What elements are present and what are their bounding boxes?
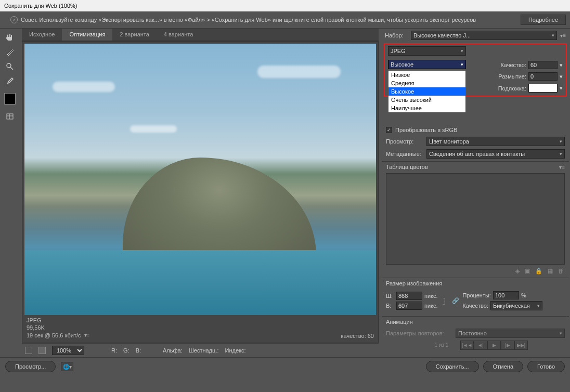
info-size: 99,56K [27, 324, 89, 331]
height-input[interactable] [396, 302, 422, 310]
hand-tool-icon[interactable] [3, 32, 17, 43]
animation-title: Анимация [386, 319, 413, 325]
h-unit: пикс. [424, 303, 438, 309]
nav-next-icon[interactable]: |▶ [501, 341, 514, 350]
blur-label: Размытие: [498, 73, 526, 80]
matte-swatch[interactable] [528, 84, 558, 93]
quality-input[interactable] [528, 61, 558, 69]
tab-2up[interactable]: 2 варианта [112, 29, 157, 41]
nav-first-icon[interactable]: |◄◄ [460, 341, 474, 350]
view-dropdown[interactable]: Цвет монитора▾ [426, 137, 565, 146]
browser-preview-icon[interactable]: 🌐▾ [61, 362, 73, 371]
matte-label: Подложка: [498, 85, 526, 92]
format-dropdown[interactable]: JPEG▾ [388, 46, 466, 56]
highlighted-settings: JPEG▾ Высокое▾ Низкое Средняя Высокое Оч… [384, 43, 567, 97]
w-unit: пикс. [424, 293, 438, 299]
zoom-bar: 100% R: G: B: Альфа: Шестнадц.: Индекс: [22, 343, 379, 357]
hex-label: Шестнадц.: [189, 347, 219, 354]
foreground-color-swatch[interactable] [4, 93, 16, 104]
save-button[interactable]: Сохранить... [426, 361, 479, 372]
window-title: Сохранить для Web (100%) [4, 3, 77, 9]
preset-row: Набор: Высокое качество J...▾ ▾≡ [382, 29, 569, 43]
quality-preset-dropdown[interactable]: Высокое▾ Низкое Средняя Высокое Очень вы… [388, 60, 466, 69]
quality-option-high[interactable]: Высокое [388, 87, 465, 96]
srgb-checkbox[interactable]: ✓ [386, 127, 392, 133]
quality-option-low[interactable]: Низкое [388, 71, 465, 79]
preview-button[interactable]: Просмотр... [5, 361, 56, 372]
zoom-tool-icon[interactable] [3, 61, 17, 72]
percent-label: Проценты: [462, 292, 491, 298]
nav-last-icon[interactable]: ▶▶| [514, 341, 528, 350]
nav-prev-icon[interactable]: ◄| [474, 341, 487, 350]
nav-play-icon[interactable]: ▶ [487, 341, 501, 350]
alpha-label: Альфа: [163, 347, 183, 354]
animation-nav: 1 из 1 |◄◄ ◄| ▶ |▶ ▶▶| [382, 339, 569, 351]
loop-dropdown: Постоянно▾ [456, 329, 565, 338]
preset-dropdown[interactable]: Высокое качество J...▾ [411, 31, 557, 40]
color-table-toolbar: ◈ ▣ 🔒 ▦ 🗑 [382, 266, 569, 277]
more-button[interactable]: Подробнее [521, 15, 566, 25]
square-icon-2[interactable] [38, 347, 46, 354]
tip-bar: i Совет. Используйте команду «Экспортиро… [0, 11, 570, 29]
blur-input[interactable] [528, 72, 558, 81]
quality-option-veryhigh[interactable]: Очень высокий [388, 96, 465, 104]
eyedropper-tool-icon[interactable] [3, 75, 17, 87]
bottom-bar: Просмотр... 🌐▾ Сохранить... Отмена Готов… [0, 357, 570, 375]
info-quality: качество: 60 [341, 333, 374, 339]
quality-option-medium[interactable]: Средняя [388, 79, 465, 87]
preview-column: Исходное Оптимизация 2 варианта 4 вариан… [20, 29, 381, 357]
srgb-label: Преобразовать в sRGB [395, 127, 457, 133]
h-label: В: [386, 303, 394, 309]
ct-diamond-icon[interactable]: ◈ [515, 268, 520, 275]
percent-input[interactable] [493, 291, 519, 299]
toggle-slices-icon[interactable] [3, 111, 17, 122]
ct-trash-icon[interactable]: 🗑 [558, 268, 564, 275]
preview-tabs: Исходное Оптимизация 2 варианта 4 вариан… [22, 29, 379, 41]
zoom-select[interactable]: 100% [52, 346, 84, 355]
view-label: Просмотр: [386, 138, 423, 145]
preset-menu-icon[interactable]: ▾≡ [560, 33, 566, 38]
cancel-button[interactable]: Отмена [483, 361, 523, 372]
resample-dropdown[interactable]: Бикубическая▾ [490, 301, 542, 310]
title-bar: Сохранить для Web (100%) [0, 0, 570, 11]
tip-text: Совет. Используйте команду «Экспортирова… [21, 17, 517, 23]
ct-cube-icon[interactable]: ▣ [525, 268, 530, 275]
color-table-menu-icon[interactable]: ▾≡ [559, 164, 565, 170]
ct-lock-icon[interactable]: 🔒 [535, 268, 542, 275]
w-label: Ш: [386, 293, 394, 299]
srgb-row: ✓ Преобразовать в sRGB [382, 125, 569, 135]
tab-4up[interactable]: 4 варианта [157, 29, 201, 41]
g-label: G: [123, 347, 129, 354]
time-menu-icon[interactable]: ▾≡ [84, 332, 90, 338]
anim-page: 1 из 1 [423, 341, 460, 350]
ct-grid-icon[interactable]: ▦ [548, 268, 553, 275]
link-icon[interactable]: ┐┘ [441, 295, 449, 307]
preset-label: Набор: [385, 32, 408, 38]
color-table-title: Таблица цветов [386, 164, 428, 170]
tab-original[interactable]: Исходное [22, 29, 62, 41]
square-icon[interactable] [25, 347, 32, 354]
slice-tool-icon[interactable] [3, 46, 17, 58]
done-button[interactable]: Готово [527, 361, 565, 372]
tab-optimized[interactable]: Оптимизация [62, 29, 112, 41]
width-input[interactable] [396, 292, 422, 300]
loop-label: Параметры повторов: [386, 330, 452, 336]
info-icon: i [10, 16, 18, 23]
color-table [386, 173, 565, 265]
svg-rect-1 [7, 114, 13, 119]
quality-option-best[interactable]: Наилучшее [388, 104, 465, 112]
meta-label: Метаданные: [386, 151, 423, 157]
resample-label: Качество: [462, 303, 488, 309]
quality-dropdown-list: Низкое Средняя Высокое Очень высокий Наи… [388, 70, 466, 113]
svg-point-0 [7, 63, 11, 68]
image-size-title: Размер изображения [386, 280, 442, 286]
right-panel: Набор: Высокое качество J...▾ ▾≡ JPEG▾ В… [381, 29, 570, 357]
b-label: B: [136, 347, 141, 354]
info-format: JPEG [27, 317, 89, 324]
r-label: R: [111, 347, 117, 354]
preview-image[interactable] [24, 44, 376, 315]
meta-dropdown[interactable]: Сведения об авт. правах и контакты▾ [426, 149, 565, 159]
quality-label: Качество: [500, 62, 526, 68]
constrain-icon[interactable]: 🔗 [452, 297, 459, 304]
preview-area: JPEG 99,56K 19 сек @ 56,6 кбит/с ▾≡ каче… [22, 41, 379, 343]
